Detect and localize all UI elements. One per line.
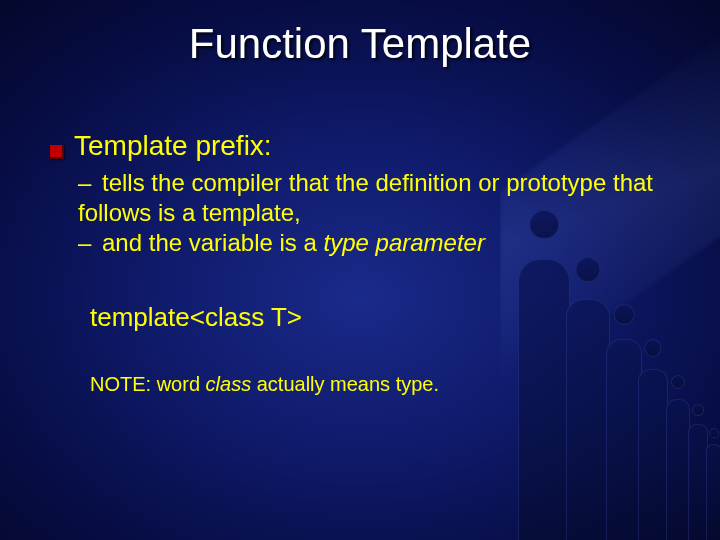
dash-icon: – [78,229,98,256]
code-example: template<class T> [90,302,660,333]
note-text-c: actually means type. [251,373,439,395]
sub-bullet: – and the variable is a type parameter [78,228,660,258]
slide-content: Template prefix: – tells the compiler th… [50,130,660,396]
sub-bullet-text: tells the compiler that the definition o… [78,169,653,226]
note-text-a: NOTE: word [90,373,206,395]
silhouette-figure [688,424,708,540]
dash-icon: – [78,169,98,196]
silhouette-figure [706,444,720,540]
note-text-italic: class [206,373,252,395]
bullet-text: Template prefix: [74,130,272,162]
sub-bullet: – tells the compiler that the definition… [78,168,660,228]
sub-bullet-text-italic: type parameter [324,229,485,256]
bullet-level-1: Template prefix: [50,130,660,162]
slide-title: Function Template [0,20,720,68]
sub-bullet-text-a: and the variable is a [102,229,323,256]
note-line: NOTE: word class actually means type. [90,373,660,396]
silhouette-figure [666,399,690,540]
slide: Function Template Template prefix: – tel… [0,0,720,540]
bullet-square-icon [50,145,64,159]
